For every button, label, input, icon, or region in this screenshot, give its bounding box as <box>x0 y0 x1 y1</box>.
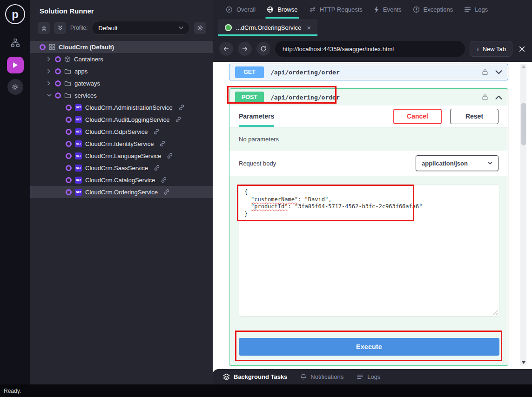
post-operation-header[interactable]: POST /api/ordering/order <box>229 89 508 106</box>
tree-item-service[interactable]: NET CloudCrm.IdentityService <box>30 138 213 150</box>
swagger-page: GET /api/ordering/order POST /api/orderi… <box>213 62 532 369</box>
tab-events[interactable]: Events <box>368 0 407 19</box>
folder-icon <box>64 93 71 99</box>
get-operation-path: /api/ordering/order <box>270 69 340 76</box>
tab-label: Browse <box>277 6 297 13</box>
request-body-editor[interactable]: { "customerName": "David", "productId": … <box>239 184 499 317</box>
close-browser-icon[interactable] <box>519 46 525 53</box>
status-bar: Ready. <box>0 384 532 397</box>
settings-gear-icon[interactable] <box>7 79 23 95</box>
link-icon <box>163 189 170 195</box>
lock-icon[interactable] <box>481 68 489 76</box>
tree-item-label: services <box>74 92 97 99</box>
collapse-all-icon[interactable] <box>38 22 50 34</box>
swagger-icon <box>225 24 232 31</box>
tab-label: HTTP Requests <box>320 6 363 13</box>
tree-item-service-selected[interactable]: NET CloudCrm.OrderingService <box>30 186 213 198</box>
tree-item-service[interactable]: NET CloudCrm.LanguageService <box>30 150 213 162</box>
notifications-button[interactable]: Notifications <box>300 373 343 380</box>
tree-item-apps[interactable]: apps <box>30 65 213 77</box>
tab-logs[interactable]: Logs <box>458 0 493 19</box>
project-status-icon <box>66 117 72 123</box>
post-method-badge: POST <box>235 92 264 103</box>
folder-icon <box>64 68 71 74</box>
scrollbar-thumb[interactable] <box>521 103 526 146</box>
project-status-icon <box>55 80 61 86</box>
json-line: { <box>244 189 494 196</box>
tree-item-service[interactable]: NET CloudCrm.GdprService <box>30 126 213 138</box>
tree-item-label: CloudCrm (Default) <box>59 44 114 51</box>
chevron-down-icon[interactable] <box>495 70 502 75</box>
tab-label: Overall <box>236 6 256 13</box>
json-line: "customerName": "David", <box>244 196 494 204</box>
tree-item-root[interactable]: CloudCrm (Default) <box>30 41 213 53</box>
bottom-bar: Background Tasks Notifications Logs <box>213 369 532 384</box>
tree-item-service[interactable]: NET CloudCrm.AdministrationService <box>30 101 213 113</box>
scroll-up-icon[interactable] <box>522 65 525 68</box>
profile-dropdown[interactable]: Default <box>92 21 190 35</box>
status-text: Ready. <box>4 388 21 394</box>
profile-settings-gear-icon[interactable] <box>194 22 206 34</box>
dotnet-badge-icon: NET <box>75 189 82 196</box>
request-body-section: Request body application/json <box>229 151 508 176</box>
tree-item-service[interactable]: NET CloudCrm.SaasService <box>30 162 213 174</box>
tree-item-gateways[interactable]: gateways <box>30 77 213 89</box>
solution-tree-icon[interactable] <box>7 34 24 51</box>
lock-icon[interactable] <box>481 93 489 101</box>
refresh-icon[interactable] <box>256 42 270 56</box>
url-input[interactable]: http://localhost:44359/swagger/index.htm… <box>275 41 465 57</box>
tab-http-requests[interactable]: HTTP Requests <box>303 0 368 19</box>
close-tab-icon[interactable]: × <box>307 24 311 32</box>
tab-label: Exceptions <box>424 6 453 13</box>
tree-item-label: CloudCrm.AuditLoggingService <box>85 116 169 123</box>
logs-button[interactable]: Logs <box>357 373 380 380</box>
browser-tab-strip: ...dCrm.OrderingService × <box>213 19 532 36</box>
app-window: p Solution Runner Profile: Default <box>0 0 532 397</box>
resize-handle[interactable] <box>492 310 498 315</box>
container-icon <box>64 56 71 63</box>
execute-button[interactable]: Execute <box>239 338 499 356</box>
chevron-up-icon[interactable] <box>495 95 502 100</box>
scrollbar-track[interactable] <box>520 64 526 365</box>
background-tasks-button[interactable]: Background Tasks <box>223 373 287 380</box>
activity-bar: p <box>0 0 30 384</box>
parameters-header: Parameters Cancel Reset <box>229 106 508 127</box>
reset-button[interactable]: Reset <box>450 109 498 124</box>
tree-item-service[interactable]: NET CloudCrm.AuditLoggingService <box>30 113 213 126</box>
expand-all-icon[interactable] <box>54 22 66 34</box>
chevron-right-icon[interactable] <box>47 57 52 61</box>
scroll-down-icon[interactable] <box>522 361 525 364</box>
chevron-right-icon[interactable] <box>47 81 52 86</box>
chevron-down-icon <box>488 161 492 165</box>
browser-tab-orderingservice[interactable]: ...dCrm.OrderingService × <box>218 19 317 36</box>
forward-icon[interactable] <box>238 42 252 56</box>
dotnet-badge-icon: NET <box>75 177 82 184</box>
cancel-button[interactable]: Cancel <box>393 109 442 124</box>
tab-exceptions[interactable]: Exceptions <box>407 0 459 19</box>
plus-icon: + <box>476 46 480 53</box>
tree-item-services[interactable]: services <box>30 89 213 101</box>
compass-icon <box>226 6 233 13</box>
swagger-get-operation[interactable]: GET /api/ordering/order <box>229 64 508 80</box>
project-status-icon <box>66 141 72 147</box>
app-logo-letter: p <box>12 8 19 21</box>
profile-dropdown-value: Default <box>98 25 117 32</box>
swap-arrows-icon <box>309 6 316 13</box>
json-line: } <box>244 211 494 218</box>
run-icon[interactable] <box>7 57 24 73</box>
chevron-down-icon[interactable] <box>47 93 52 97</box>
tree-item-service[interactable]: NET CloudCrm.CatalogService <box>30 174 213 186</box>
new-tab-button[interactable]: + New Tab <box>470 41 512 57</box>
new-tab-label: New Tab <box>483 46 506 53</box>
dotnet-badge-icon: NET <box>75 140 82 147</box>
tree-item-containers[interactable]: Containers <box>30 53 213 65</box>
back-icon[interactable] <box>219 42 233 56</box>
app-logo: p <box>5 4 25 24</box>
json-key-product-id: "productId" <box>251 203 288 210</box>
browser-toolbar: http://localhost:44359/swagger/index.htm… <box>213 36 532 62</box>
tab-overall[interactable]: Overall <box>220 0 261 19</box>
chevron-right-icon[interactable] <box>47 69 52 73</box>
logs-label: Logs <box>367 373 380 380</box>
content-type-select[interactable]: application/json <box>416 155 498 171</box>
tab-browse[interactable]: Browse <box>261 0 303 19</box>
